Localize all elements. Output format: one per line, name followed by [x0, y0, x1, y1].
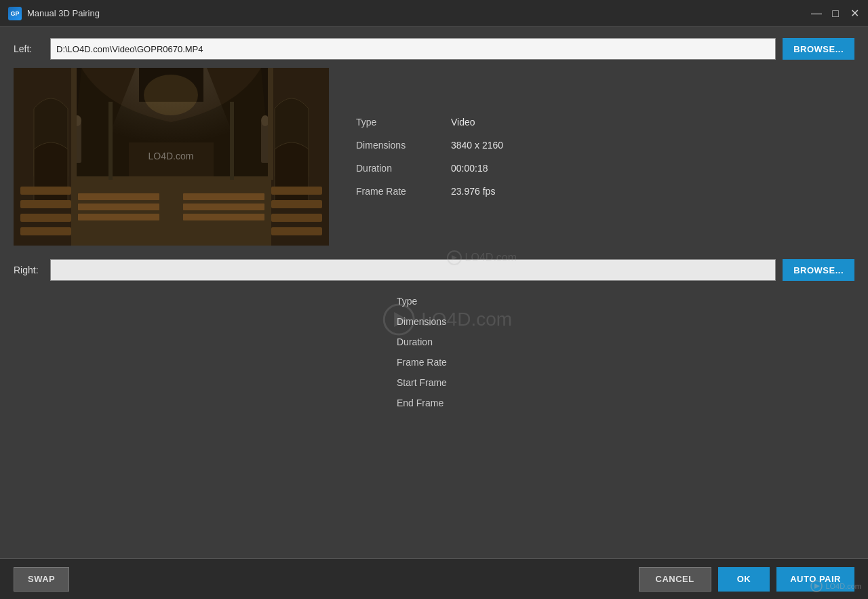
- right-media-info: Type Dimensions Duration Frame Rate Star…: [397, 296, 465, 408]
- svg-rect-8: [20, 214, 71, 222]
- right-dimensions-row: Dimensions: [397, 316, 465, 327]
- svg-rect-17: [183, 193, 264, 200]
- left-browse-button[interactable]: BROWSE...: [783, 38, 854, 60]
- watermark-text: LO4D.com: [465, 252, 517, 264]
- svg-rect-14: [78, 193, 159, 200]
- svg-rect-11: [271, 200, 322, 208]
- right-end-frame-row: End Frame: [397, 398, 465, 408]
- right-end-frame-label: End Frame: [397, 398, 465, 408]
- svg-marker-37: [814, 583, 820, 589]
- dimensions-row: Dimensions 3840 x 2160: [356, 140, 503, 151]
- right-file-input[interactable]: [50, 259, 776, 281]
- svg-rect-18: [183, 204, 264, 210]
- svg-rect-9: [20, 227, 71, 235]
- type-row: Type Video: [356, 117, 503, 128]
- right-frame-rate-label: Frame Rate: [397, 357, 465, 368]
- duration-row: Duration 00:00:18: [356, 163, 503, 174]
- bottom-bar: SWAP CANCEL OK AUTO PAIR LO4D.com: [0, 558, 868, 599]
- left-file-input[interactable]: [50, 38, 776, 60]
- right-duration-label: Duration: [397, 336, 465, 347]
- svg-rect-10: [271, 187, 322, 195]
- window-controls: — □ ✕: [811, 8, 860, 19]
- svg-point-31: [144, 75, 198, 115]
- right-file-row: Right: BROWSE...: [14, 259, 854, 281]
- svg-text:LO4D.com: LO4D.com: [149, 151, 194, 161]
- right-frame-rate-row: Frame Rate: [397, 357, 465, 368]
- duration-label: Duration: [356, 163, 424, 174]
- left-media-section: LO4D.com Type Video Dimensions 3840 x 21…: [14, 68, 854, 246]
- right-label: Right:: [14, 265, 43, 275]
- svg-rect-15: [78, 204, 159, 210]
- svg-rect-7: [20, 200, 71, 208]
- left-label: Left:: [14, 43, 43, 54]
- type-label: Type: [356, 117, 424, 128]
- maximize-button[interactable]: □: [830, 8, 841, 19]
- minimize-button[interactable]: —: [811, 8, 822, 19]
- svg-rect-6: [20, 187, 71, 195]
- frame-rate-label: Frame Rate: [356, 186, 424, 197]
- right-browse-button[interactable]: BROWSE...: [783, 259, 854, 281]
- left-thumbnail: LO4D.com: [14, 68, 329, 246]
- main-content: Left: BROWSE...: [0, 27, 868, 558]
- ok-button[interactable]: OK: [718, 567, 770, 592]
- right-start-frame-label: Start Frame: [397, 377, 465, 388]
- svg-rect-19: [183, 214, 264, 220]
- dimensions-value: 3840 x 2160: [451, 140, 503, 151]
- svg-rect-27: [268, 68, 273, 180]
- left-media-info: Type Video Dimensions 3840 x 2160 Durati…: [356, 68, 503, 246]
- right-dimensions-label: Dimensions: [397, 316, 465, 327]
- svg-rect-29: [230, 102, 234, 180]
- cancel-button[interactable]: CANCEL: [639, 567, 711, 592]
- app-icon: GP: [8, 7, 22, 20]
- svg-rect-16: [78, 214, 159, 220]
- svg-rect-28: [108, 102, 113, 180]
- bottom-watermark: LO4D.com: [810, 580, 861, 592]
- svg-rect-26: [71, 68, 77, 180]
- title-bar: GP Manual 3D Pairing — □ ✕: [0, 0, 868, 27]
- bottom-watermark-text: LO4D.com: [825, 582, 861, 590]
- close-button[interactable]: ✕: [849, 8, 860, 19]
- type-value: Video: [451, 117, 475, 128]
- swap-button[interactable]: SWAP: [14, 567, 69, 592]
- info-watermark: LO4D.com: [446, 250, 517, 266]
- frame-rate-value: 23.976 fps: [451, 186, 495, 197]
- right-media-area: LO4D.com Type Dimensions Duration Frame …: [14, 289, 854, 479]
- dimensions-label: Dimensions: [356, 140, 424, 151]
- right-start-frame-row: Start Frame: [397, 377, 465, 388]
- right-duration-row: Duration: [397, 336, 465, 347]
- left-file-row: Left: BROWSE...: [14, 38, 854, 60]
- svg-rect-12: [271, 214, 322, 222]
- window-title: Manual 3D Pairing: [27, 8, 811, 18]
- frame-rate-row: Frame Rate 23.976 fps: [356, 186, 503, 197]
- duration-value: 00:00:18: [451, 163, 488, 174]
- svg-rect-13: [271, 227, 322, 235]
- right-type-row: Type: [397, 296, 465, 307]
- right-type-label: Type: [397, 296, 465, 307]
